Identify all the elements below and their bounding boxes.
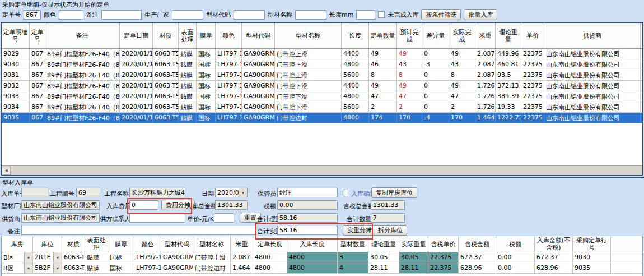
column-header[interactable]: 表面处理 bbox=[179, 23, 197, 48]
project-name-input[interactable]: 长沙万科魅力之城4.2期 bbox=[129, 188, 185, 197]
column-header[interactable]: 定单数量 bbox=[369, 23, 397, 48]
table-cell: 9031 bbox=[2, 70, 30, 80]
total-qty-input[interactable]: 7 bbox=[371, 213, 405, 223]
column-header[interactable]: 型材数量 bbox=[338, 236, 368, 252]
profile-name-input[interactable] bbox=[295, 10, 326, 20]
column-header[interactable]: 材质 bbox=[62, 236, 85, 252]
column-header[interactable]: 颜色 bbox=[134, 236, 161, 252]
copy-warehouse-location-button[interactable]: 复制库房库位 bbox=[371, 187, 417, 198]
horizontal-scrollbar[interactable]: ◀ bbox=[2, 165, 642, 175]
table-row[interactable]: B区▾2R1F▾6063-T5贴膜国标LH797-1LL0GA90GRM03门带… bbox=[2, 252, 642, 263]
color-input[interactable] bbox=[59, 10, 83, 20]
column-header[interactable]: 备注 bbox=[45, 23, 120, 48]
column-header[interactable]: 定单号 bbox=[30, 23, 45, 48]
dropdown-arrow-icon[interactable]: ▾ bbox=[24, 252, 32, 263]
table-cell: 门带腔下滑 bbox=[275, 102, 342, 112]
manufacturer-input[interactable] bbox=[172, 10, 203, 20]
total-amount-input[interactable]: 1301.33 bbox=[215, 200, 248, 210]
stock-in-fee-input[interactable]: 0 bbox=[129, 200, 158, 210]
column-header[interactable]: 含税单价 bbox=[428, 236, 459, 252]
table-row[interactable]: 903386789#门框型材F26-F40（866+867）2020/01/13… bbox=[2, 91, 642, 102]
column-header[interactable]: 供货商 bbox=[544, 23, 641, 48]
unfinished-checkbox[interactable] bbox=[378, 11, 385, 18]
column-header[interactable]: 长度 bbox=[342, 23, 369, 48]
table-cell: 174 bbox=[369, 113, 397, 123]
column-header[interactable]: 定单长度 bbox=[253, 236, 287, 252]
table-row[interactable]: 903086789#门框型材F26-F40（866+867）2020/01/13… bbox=[2, 59, 642, 70]
order-no-input[interactable]: 867 bbox=[24, 10, 41, 20]
column-header[interactable]: 含税金额 bbox=[459, 236, 496, 252]
note-input[interactable] bbox=[21, 226, 256, 235]
date-input[interactable]: 2020/03/31▾ bbox=[215, 188, 248, 197]
project-name-label: 工程名称 bbox=[104, 190, 128, 198]
column-header[interactable]: 入库长度 bbox=[287, 236, 338, 252]
column-header[interactable]: 膜厚 bbox=[108, 236, 134, 252]
split-location-button[interactable]: 拆分库位 bbox=[374, 225, 407, 236]
scroll-left-icon[interactable]: ◀ bbox=[2, 167, 11, 175]
column-header[interactable]: 米重 bbox=[475, 23, 496, 48]
column-header[interactable]: 型材名称 bbox=[193, 236, 231, 252]
table-cell: 867 bbox=[30, 70, 45, 80]
supplier-input[interactable]: 山东南山铝业股份有限公司 bbox=[21, 213, 100, 223]
column-header[interactable]: 预计完成 bbox=[397, 23, 422, 48]
table-cell: 8 bbox=[397, 70, 422, 80]
dropdown-arrow-icon[interactable]: ▾ bbox=[53, 252, 62, 263]
unit-price-input[interactable] bbox=[214, 213, 234, 223]
table-row[interactable]: 903286789#门框型材F26-F40（866+867）2020/01/13… bbox=[2, 81, 642, 91]
theory-weight-input[interactable]: 58.16 bbox=[277, 213, 338, 223]
column-header[interactable]: 材质 bbox=[153, 23, 179, 48]
supplier-contact-input[interactable] bbox=[129, 213, 185, 223]
column-header[interactable]: 入库金额(不含税) bbox=[535, 236, 573, 252]
column-header[interactable]: 采购定单行号 bbox=[573, 236, 611, 252]
date-label: 日期 bbox=[196, 190, 214, 198]
column-header[interactable]: 差异量 bbox=[422, 23, 449, 48]
remark-input[interactable] bbox=[101, 10, 142, 20]
dropdown-arrow-icon[interactable]: ▾ bbox=[24, 263, 32, 273]
column-header[interactable]: 税额 bbox=[496, 236, 535, 252]
project-no-input[interactable]: 69 bbox=[76, 188, 100, 197]
table-cell: 6063-T5 bbox=[62, 252, 85, 263]
column-header[interactable]: 实际完成 bbox=[449, 23, 475, 48]
dropdown-arrow-icon[interactable]: ▾ bbox=[53, 263, 62, 273]
column-header[interactable]: 库房 bbox=[2, 236, 33, 252]
batch-stock-in-button[interactable]: 批量入库 bbox=[464, 9, 497, 20]
column-header[interactable]: 单价 bbox=[521, 23, 544, 48]
table-cell: LH797-1LL0 bbox=[216, 49, 242, 59]
factory-input[interactable]: 山东南山铝业股份有限公司 bbox=[21, 200, 100, 210]
column-header[interactable]: 库位 bbox=[33, 236, 62, 252]
table-row[interactable]: 903486789#门框型材F26-F40（866+867）2020/01/13… bbox=[2, 102, 642, 113]
column-header[interactable]: 实际重量 bbox=[399, 236, 428, 252]
table-cell: 4800 bbox=[287, 252, 338, 263]
tax-input[interactable]: 0.00 bbox=[277, 200, 338, 210]
table-cell: 4400 bbox=[342, 49, 369, 59]
total-amount-label: 入库总金额 bbox=[186, 202, 214, 210]
column-header[interactable]: 定单明细号 bbox=[2, 23, 30, 48]
column-header[interactable]: 表面处理 bbox=[85, 236, 108, 252]
filter-by-condition-button[interactable]: 按条件筛选 bbox=[421, 9, 461, 20]
column-header[interactable]: 理论重量 bbox=[368, 236, 399, 252]
actual-weight-input[interactable]: 58.16 bbox=[277, 226, 338, 235]
profile-code-input[interactable] bbox=[234, 10, 265, 20]
calendar-dropdown-icon[interactable]: ▾ bbox=[239, 188, 247, 197]
column-header[interactable]: 定单日期 bbox=[120, 23, 153, 48]
table-row[interactable]: 902986789#门框型材F26-F40（866+867）2020/01/13… bbox=[2, 49, 642, 59]
table-row[interactable]: 903586789#门框型材F26-F40（866+867）2020/01/13… bbox=[2, 113, 642, 123]
tax-total-input[interactable]: 1301.33 bbox=[371, 200, 405, 210]
table-cell: 5B2F▾ bbox=[33, 263, 62, 273]
actual-weight-share-button[interactable]: 实重分摊 bbox=[343, 225, 376, 236]
receipt-no-input[interactable] bbox=[21, 188, 48, 197]
column-header[interactable]: 理论重量 bbox=[496, 23, 521, 48]
table-cell: 22375 bbox=[521, 113, 544, 123]
column-header[interactable]: 型材代码 bbox=[161, 236, 193, 252]
length-input[interactable] bbox=[356, 10, 375, 20]
column-header[interactable]: 型材代码 bbox=[242, 23, 275, 48]
table-cell: 门带腔边封 bbox=[275, 113, 342, 123]
table-row[interactable]: 903186789#门框型材F26-F40（866+867）2020/01/13… bbox=[2, 70, 642, 81]
column-header[interactable]: 颜色 bbox=[216, 23, 242, 48]
table-row[interactable]: B区▾5B2F▾6063-T5贴膜国标LH797-1LL0GA90GRM05门带… bbox=[2, 263, 642, 274]
column-header[interactable]: 型材名称 bbox=[275, 23, 342, 48]
column-header[interactable]: 膜厚 bbox=[197, 23, 216, 48]
stock-in-confirm-checkbox[interactable] bbox=[343, 190, 349, 196]
keeper-input[interactable]: 经理 bbox=[277, 188, 338, 197]
column-header[interactable]: 米重 bbox=[231, 236, 253, 252]
